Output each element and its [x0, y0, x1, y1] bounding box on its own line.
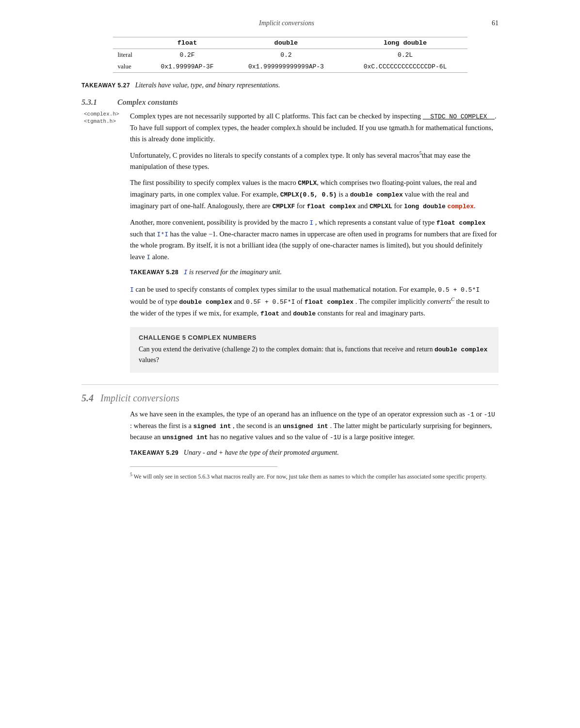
unsigned-int2: unsigned int	[162, 434, 208, 441]
para6f-text: has no negative values and so the value …	[209, 433, 328, 441]
paragraph-3: The first possibility to specify complex…	[130, 177, 499, 212]
challenge-text-1: Can you extend the derivative (challenge…	[139, 346, 433, 353]
para5g-text: and	[281, 309, 291, 317]
table-row-literal: literal 0.2F 0.2 0.2L	[113, 49, 467, 61]
red-complex: complex	[447, 203, 474, 210]
literal-float: 0.2F	[145, 49, 229, 61]
neg1U: -1U	[484, 411, 495, 418]
paragraph-5: I can be used to specify constants of co…	[130, 284, 499, 319]
para6g-text: is a large positive integer.	[343, 433, 415, 441]
takeaway-527-text: Literals have value, type, and binary re…	[135, 82, 280, 89]
para2-text: Unfortunately, C provides no literals to…	[130, 151, 419, 159]
values-table: float double long double literal 0.2F 0.…	[113, 37, 467, 73]
challenge-text-2: values?	[139, 356, 159, 364]
section-531-heading: 5.3.1 Complex constants	[81, 98, 499, 107]
takeaway-528: TAKEAWAY 5.28 I is reserved for the imag…	[130, 268, 499, 276]
footnote-number: 5	[130, 472, 132, 477]
section-531-title: Complex constants	[117, 98, 178, 107]
para6c-text: : whereas the first is a	[130, 422, 192, 430]
takeaway-529: TAKEAWAY 5.29 Unary - and + have the typ…	[130, 449, 499, 457]
para6d-text: , the second is an	[233, 422, 281, 430]
section-54-num: 5.4	[81, 393, 94, 404]
table-row-value: value 0x1.99999AP-3F 0x1.999999999999AP-…	[113, 61, 467, 73]
para4e-text: alone.	[152, 253, 169, 261]
takeaway-527: TAKEAWAY 5.27 Literals have value, type,…	[81, 82, 499, 89]
cmplx-macro: CMPLX	[298, 180, 317, 187]
I-ref: I	[130, 286, 134, 294]
float-complex: float complex	[306, 203, 355, 210]
I-alone: I	[146, 254, 150, 261]
col-double: double	[229, 37, 343, 49]
col-float: float	[145, 37, 229, 49]
stdc-no-complex: __STDC_NO_COMPLEX__	[423, 113, 495, 120]
para4a-text: Another, more convenient, possibility is…	[130, 218, 308, 226]
para3e-text: for	[297, 202, 305, 210]
takeaway-528-text: I is reserved for the imaginary unit.	[184, 268, 282, 276]
data-table-wrapper: float double long double literal 0.2F 0.…	[113, 37, 467, 73]
row-label-literal: literal	[113, 49, 145, 61]
page-header: Implicit conversions 61	[81, 19, 499, 27]
neg1: -1	[467, 411, 475, 418]
float-kw: float	[260, 310, 279, 317]
para5b-text: would be of type	[130, 298, 177, 305]
I-star-I: I*I	[157, 231, 168, 238]
challenge-double-complex: double complex	[435, 346, 487, 353]
takeaway-529-label: TAKEAWAY 5.29	[130, 449, 178, 456]
footnote-text: We will only see in section 5.6.3 what m…	[134, 473, 487, 480]
long-double: long double	[404, 203, 446, 210]
para4d-text: has the value −1. One-character macro na…	[130, 230, 497, 261]
margin-note-complex: <complex.h> <tgmath.h>	[84, 111, 119, 126]
paragraph-4: Another, more convenient, possibility is…	[130, 217, 499, 263]
page-title: Implicit conversions	[81, 19, 492, 27]
neg1U2: -1U	[330, 434, 341, 441]
para3a-text: The first possibility to specify complex…	[130, 179, 296, 186]
footnote: 5 We will only see in section 5.6.3 what…	[130, 471, 499, 481]
converts-italic: convertsC	[427, 298, 454, 305]
para6a-text: As we have seen in the examples, the typ…	[130, 410, 465, 418]
paragraph-2: Unfortunately, C provides no literals to…	[130, 149, 499, 172]
content-area-531: <complex.h> <tgmath.h> Complex types are…	[130, 111, 499, 373]
cmplxl: CMPLXL	[370, 203, 392, 210]
col-long-double: long double	[343, 37, 467, 49]
signed-int: signed int	[193, 423, 231, 430]
para5-intro: can be used to specify constants of comp…	[135, 285, 438, 293]
challenge-text: Can you extend the derivative (challenge…	[139, 344, 490, 366]
footnote-divider	[130, 466, 277, 467]
double-kw: double	[293, 310, 316, 317]
para4b-text: , which represents a constant value of t…	[315, 218, 435, 226]
content-area-54: As we have seen in the examples, the typ…	[130, 409, 499, 481]
cmplx-example: CMPLX(0.5, 0.5)	[280, 191, 337, 199]
para4c-text: such that	[130, 230, 155, 238]
para1-text: Complex types are not necessarily suppor…	[130, 112, 421, 120]
row-label-value: value	[113, 61, 145, 73]
superC: C	[451, 297, 454, 302]
challenge-box: CHALLENGE 5 Complex numbers Can you exte…	[130, 327, 499, 373]
I-macro: I	[309, 219, 313, 227]
value-float: 0x1.99999AP-3F	[145, 61, 229, 73]
expr2: 0.5F + 0.5F*I	[246, 298, 295, 306]
section-54-title: Implicit conversions	[100, 393, 179, 404]
section-531-num: 5.3.1	[81, 98, 111, 107]
literal-double: 0.2	[229, 49, 343, 61]
para5e-text: . The compiler implicitly	[355, 298, 426, 305]
takeaway-528-label: TAKEAWAY 5.28	[130, 269, 178, 276]
page-wrapper: Implicit conversions 61 float double lon…	[72, 15, 508, 500]
section-54-heading: 5.4 Implicit conversions	[81, 384, 499, 404]
paragraph-6: As we have seen in the examples, the typ…	[130, 409, 499, 443]
cmplxf: CMPLXF	[272, 203, 295, 210]
takeaway-529-text: Unary - and + have the type of their pro…	[184, 449, 339, 456]
float-complex3: float complex	[305, 298, 354, 306]
para5c-text: and	[234, 298, 244, 305]
expr1: 0.5 + 0.5*I	[438, 286, 480, 294]
literal-longdouble: 0.2L	[343, 49, 467, 61]
para5d-text: of	[297, 298, 303, 305]
takeaway-527-label: TAKEAWAY 5.27	[81, 82, 130, 89]
para3c-text: is a	[338, 190, 348, 198]
value-double: 0x1.999999999999AP-3	[229, 61, 343, 73]
para5h-text: constants for real and imaginary parts.	[318, 309, 425, 317]
float-complex2: float complex	[436, 219, 485, 227]
para3g-text: for	[394, 202, 402, 210]
challenge-title: CHALLENGE 5 Complex numbers	[139, 334, 490, 341]
double-complex2: double complex	[179, 298, 232, 306]
paragraph-1: <complex.h> <tgmath.h> Complex types are…	[130, 111, 499, 145]
